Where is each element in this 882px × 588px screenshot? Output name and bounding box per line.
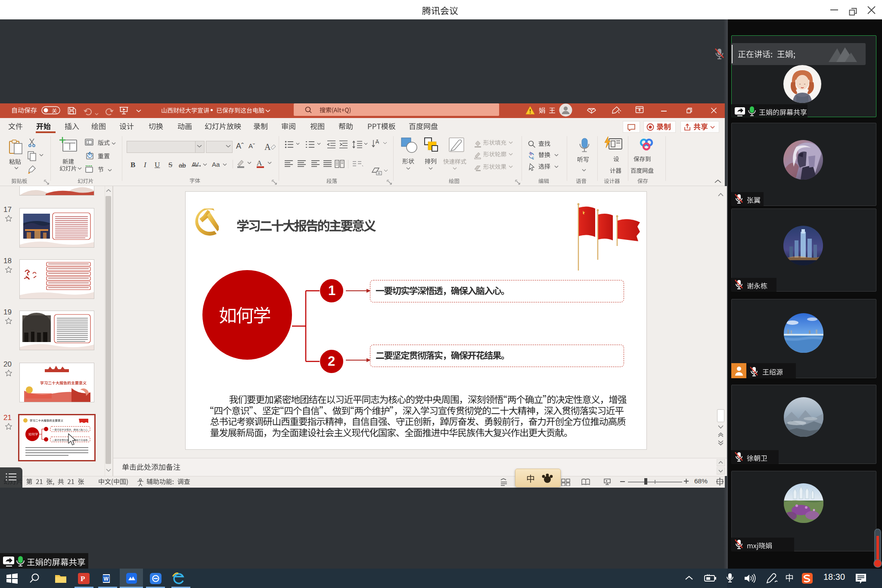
svg-text:c: c: [532, 156, 534, 160]
svg-text:A: A: [264, 142, 271, 152]
svg-text:P: P: [81, 575, 85, 583]
svg-text:W: W: [104, 576, 109, 582]
svg-text:A: A: [257, 159, 262, 167]
svg-text:A: A: [376, 139, 379, 145]
